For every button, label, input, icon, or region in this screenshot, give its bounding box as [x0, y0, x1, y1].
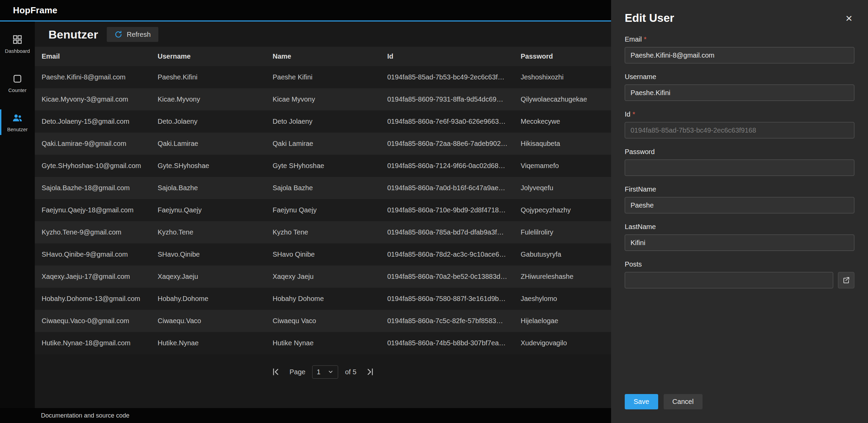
field-id: Id* — [625, 110, 854, 138]
table-cell: Faejynu.Qaejy-18@gmail.com — [35, 199, 151, 221]
table-cell: Fulelilroliry — [514, 221, 611, 243]
documentation-link[interactable]: Documentation and source code — [41, 412, 129, 419]
table-row[interactable]: Gyte.SHyhoshae-10@gmail.comGyte.SHyhosha… — [35, 155, 611, 177]
table-cell: Hijelaelogae — [514, 310, 611, 332]
table-cell: 0194fa85-8609-7931-8ffa-9d54dc69… — [380, 88, 514, 110]
panel-actions: Save Cancel — [625, 394, 854, 409]
table-cell: Gyte.SHyhoshae-10@gmail.com — [35, 155, 151, 177]
footer: Documentation and source code — [0, 408, 611, 423]
username-label: Username — [625, 73, 854, 81]
table-cell: Mecokecywe — [514, 110, 611, 133]
column-header-username: Username — [151, 47, 266, 66]
open-posts-button[interactable] — [838, 272, 854, 288]
table-cell: Hobahy.Dohome — [151, 288, 266, 310]
table-cell: SHavo Qinibe — [266, 243, 380, 266]
edit-user-panel: Edit User × Email* Username Id* Password… — [611, 0, 868, 423]
posts-field[interactable] — [625, 272, 833, 288]
panel-title: Edit User — [625, 12, 674, 25]
table-cell: Ciwaequ Vaco — [266, 310, 380, 332]
lastname-label: LastName — [625, 223, 854, 231]
lastname-field[interactable] — [625, 235, 854, 251]
users-icon — [12, 112, 23, 124]
password-field[interactable] — [625, 160, 854, 176]
first-page-icon — [271, 367, 281, 377]
email-field[interactable] — [625, 47, 854, 63]
table-cell: Paeshe.Kifini-8@gmail.com — [35, 66, 151, 88]
table-cell: Qaki Lamirae — [266, 133, 380, 155]
table-cell: Hutike.Nynae-18@gmail.com — [35, 332, 151, 354]
table-row[interactable]: Kicae.Myvony-3@gmail.comKicae.MyvonyKica… — [35, 88, 611, 110]
column-header-email: Email — [35, 47, 151, 66]
table-row[interactable]: Deto.Jolaeny-15@gmail.comDeto.JolaenyDet… — [35, 110, 611, 133]
table-cell: Jeshoshixozhi — [514, 66, 611, 88]
table-cell: Paeshe Kifini — [266, 66, 380, 88]
topbar: HopFrame — [0, 0, 611, 20]
table-row[interactable]: Xaqexy.Jaeju-17@gmail.comXaqexy.JaejuXaq… — [35, 266, 611, 288]
pagination: Page 1 of 5 — [35, 365, 611, 379]
table-row[interactable]: Paeshe.Kifini-8@gmail.comPaeshe.KifiniPa… — [35, 66, 611, 88]
field-firstname: FirstName — [625, 185, 854, 213]
page-number-value: 1 — [317, 368, 320, 376]
sidebar-item-counter[interactable]: Counter — [0, 69, 35, 97]
table-cell: Hikisaqubeta — [514, 133, 611, 155]
table-cell: Faejynu.Qaejy — [151, 199, 266, 221]
firstname-label: FirstName — [625, 185, 854, 193]
table-cell: Xaqexy Jaeju — [266, 266, 380, 288]
content-header: Benutzer Refresh — [35, 21, 611, 47]
table-cell: Xaqexy.Jaeju-17@gmail.com — [35, 266, 151, 288]
main-content: Benutzer Refresh Email — [35, 21, 611, 408]
table-cell: 0194fa85-860a-74b5-b8bd-307bf7ea… — [380, 332, 514, 354]
table-row[interactable]: Hutike.Nynae-18@gmail.comHutike.NynaeHut… — [35, 332, 611, 354]
sidebar-item-dashboard[interactable]: Dashboard — [0, 30, 35, 58]
table-cell: Gabutusyryfa — [514, 243, 611, 266]
last-page-button[interactable] — [363, 365, 377, 379]
last-page-icon — [365, 367, 375, 377]
firstname-field[interactable] — [625, 197, 854, 213]
table-row[interactable]: Sajola.Bazhe-18@gmail.comSajola.BazheSaj… — [35, 177, 611, 199]
table-cell: Kyzho.Tene — [151, 221, 266, 243]
table-cell: 0194fa85-85ad-7b53-bc49-2ec6c63f… — [380, 66, 514, 88]
table-cell: Paeshe.Kifini — [151, 66, 266, 88]
table-cell: 0194fa85-860a-72aa-88e6-7adeb902… — [380, 133, 514, 155]
table-header-row: Email Username Name Id Password — [35, 47, 611, 66]
page-count-label: of 5 — [345, 368, 356, 376]
posts-label: Posts — [625, 260, 854, 268]
id-field — [625, 122, 854, 138]
table-cell: Ciwaequ.Vaco — [151, 310, 266, 332]
sidebar-item-label: Benutzer — [7, 126, 28, 132]
table-cell: Kicae.Myvony — [151, 88, 266, 110]
table-row[interactable]: Kyzho.Tene-9@gmail.comKyzho.TeneKyzho Te… — [35, 221, 611, 243]
refresh-icon — [114, 30, 122, 39]
table-cell: 0194fa85-860a-785a-bd7d-dfab9a3f… — [380, 221, 514, 243]
table-row[interactable]: Hobahy.Dohome-13@gmail.comHobahy.DohomeH… — [35, 288, 611, 310]
column-header-name: Name — [266, 47, 380, 66]
sidebar-item-label: Counter — [8, 87, 26, 93]
cancel-button[interactable]: Cancel — [664, 394, 703, 409]
table-cell: Qaki.Lamirae-9@gmail.com — [35, 133, 151, 155]
table-body: Paeshe.Kifini-8@gmail.comPaeshe.KifiniPa… — [35, 66, 611, 354]
refresh-button[interactable]: Refresh — [107, 27, 158, 42]
first-page-button[interactable] — [269, 365, 283, 379]
sidebar-item-label: Dashboard — [5, 48, 30, 54]
table-cell: Qilywolaecazhugekae — [514, 88, 611, 110]
table-cell: Hobahy.Dohome-13@gmail.com — [35, 288, 151, 310]
table-cell: Sajola Bazhe — [266, 177, 380, 199]
table-row[interactable]: Qaki.Lamirae-9@gmail.comQaki.LamiraeQaki… — [35, 133, 611, 155]
panel-header: Edit User × — [625, 12, 854, 25]
table-cell: 0194fa85-860a-78d2-ac3c-9c10ace6… — [380, 243, 514, 266]
sidebar-item-benutzer[interactable]: Benutzer — [0, 108, 35, 136]
table-cell: 0194fa85-860a-7c5c-82fe-57bf8583… — [380, 310, 514, 332]
page-number-select[interactable]: 1 — [312, 365, 338, 379]
table-cell: Gyte.SHyhoshae — [151, 155, 266, 177]
app-title: HopFrame — [13, 5, 57, 16]
field-username: Username — [625, 73, 854, 101]
external-link-icon — [842, 276, 850, 284]
table-row[interactable]: Ciwaequ.Vaco-0@gmail.comCiwaequ.VacoCiwa… — [35, 310, 611, 332]
close-button[interactable]: × — [843, 12, 854, 25]
table-cell: Xaqexy.Jaeju — [151, 266, 266, 288]
table-cell: 0194fa85-860a-70a2-be52-0c13883d… — [380, 266, 514, 288]
save-button[interactable]: Save — [625, 394, 658, 409]
table-row[interactable]: Faejynu.Qaejy-18@gmail.comFaejynu.QaejyF… — [35, 199, 611, 221]
username-field[interactable] — [625, 85, 854, 101]
table-row[interactable]: SHavo.Qinibe-9@gmail.comSHavo.QinibeSHav… — [35, 243, 611, 266]
